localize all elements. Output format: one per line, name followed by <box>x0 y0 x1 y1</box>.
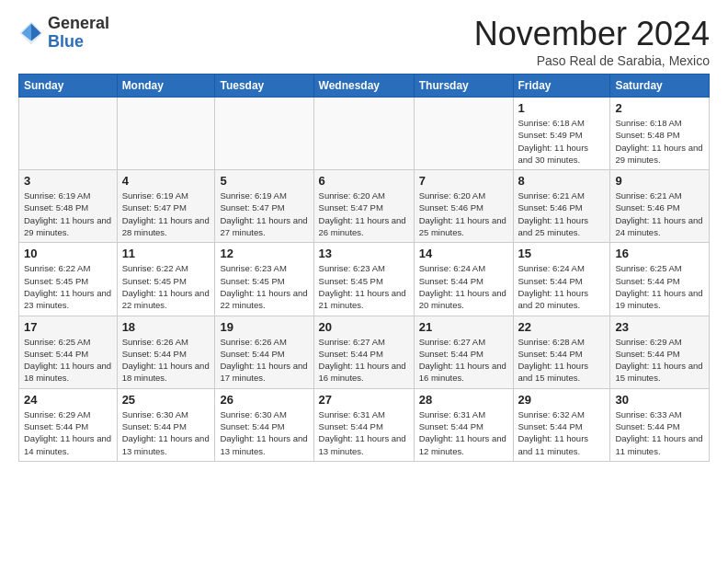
col-sunday: Sunday <box>19 75 118 98</box>
day-detail: Sunrise: 6:25 AM Sunset: 5:44 PM Dayligh… <box>615 262 704 311</box>
day-number: 20 <box>319 320 409 334</box>
calendar-cell: 4Sunrise: 6:19 AM Sunset: 5:47 PM Daylig… <box>117 170 215 243</box>
day-detail: Sunrise: 6:29 AM Sunset: 5:44 PM Dayligh… <box>24 408 112 457</box>
day-number: 30 <box>615 393 704 407</box>
day-number: 15 <box>518 247 606 260</box>
day-detail: Sunrise: 6:31 AM Sunset: 5:44 PM Dayligh… <box>419 408 508 457</box>
calendar-cell <box>117 98 215 170</box>
col-saturday: Saturday <box>610 75 710 98</box>
month-title: November 2024 <box>474 15 710 53</box>
calendar-cell <box>19 98 118 170</box>
col-monday: Monday <box>117 75 215 98</box>
col-tuesday: Tuesday <box>215 75 313 98</box>
calendar-cell: 8Sunrise: 6:21 AM Sunset: 5:46 PM Daylig… <box>513 170 610 243</box>
calendar-cell: 25Sunrise: 6:30 AM Sunset: 5:44 PM Dayli… <box>117 388 215 461</box>
header: General Blue November 2024 Paso Real de … <box>18 15 710 68</box>
calendar-cell: 23Sunrise: 6:29 AM Sunset: 5:44 PM Dayli… <box>610 316 710 388</box>
day-number: 8 <box>518 174 606 188</box>
day-number: 25 <box>122 393 210 407</box>
day-number: 9 <box>615 174 704 188</box>
day-detail: Sunrise: 6:30 AM Sunset: 5:44 PM Dayligh… <box>122 408 210 457</box>
day-detail: Sunrise: 6:18 AM Sunset: 5:48 PM Dayligh… <box>615 117 704 166</box>
day-number: 6 <box>319 174 409 188</box>
day-detail: Sunrise: 6:32 AM Sunset: 5:44 PM Dayligh… <box>518 408 606 457</box>
calendar-cell: 15Sunrise: 6:24 AM Sunset: 5:44 PM Dayli… <box>513 243 610 316</box>
col-wednesday: Wednesday <box>313 75 414 98</box>
day-number: 10 <box>24 247 112 260</box>
day-detail: Sunrise: 6:26 AM Sunset: 5:44 PM Dayligh… <box>220 336 308 385</box>
calendar-cell: 2Sunrise: 6:18 AM Sunset: 5:48 PM Daylig… <box>610 98 710 170</box>
calendar-cell <box>215 98 313 170</box>
calendar-cell: 21Sunrise: 6:27 AM Sunset: 5:44 PM Dayli… <box>414 316 513 388</box>
logo-blue: Blue <box>48 33 109 52</box>
calendar-cell: 19Sunrise: 6:26 AM Sunset: 5:44 PM Dayli… <box>215 316 313 388</box>
day-detail: Sunrise: 6:28 AM Sunset: 5:44 PM Dayligh… <box>518 336 606 385</box>
day-detail: Sunrise: 6:27 AM Sunset: 5:44 PM Dayligh… <box>319 336 409 385</box>
day-number: 13 <box>319 247 409 260</box>
calendar-cell: 13Sunrise: 6:23 AM Sunset: 5:45 PM Dayli… <box>313 243 414 316</box>
calendar-week-3: 10Sunrise: 6:22 AM Sunset: 5:45 PM Dayli… <box>19 243 710 316</box>
calendar-cell: 22Sunrise: 6:28 AM Sunset: 5:44 PM Dayli… <box>513 316 610 388</box>
calendar-cell: 12Sunrise: 6:23 AM Sunset: 5:45 PM Dayli… <box>215 243 313 316</box>
calendar-cell: 27Sunrise: 6:31 AM Sunset: 5:44 PM Dayli… <box>313 388 414 461</box>
day-detail: Sunrise: 6:18 AM Sunset: 5:49 PM Dayligh… <box>518 117 606 166</box>
day-detail: Sunrise: 6:24 AM Sunset: 5:44 PM Dayligh… <box>419 262 508 311</box>
calendar-container: General Blue November 2024 Paso Real de … <box>0 0 728 471</box>
day-detail: Sunrise: 6:19 AM Sunset: 5:48 PM Dayligh… <box>24 190 112 238</box>
day-number: 16 <box>615 247 704 260</box>
day-number: 1 <box>518 101 606 115</box>
calendar-week-1: 1Sunrise: 6:18 AM Sunset: 5:49 PM Daylig… <box>19 98 710 170</box>
calendar-cell <box>414 98 513 170</box>
calendar-header: Sunday Monday Tuesday Wednesday Thursday… <box>19 75 710 98</box>
day-number: 27 <box>319 393 409 407</box>
day-detail: Sunrise: 6:21 AM Sunset: 5:46 PM Dayligh… <box>615 190 704 238</box>
day-detail: Sunrise: 6:21 AM Sunset: 5:46 PM Dayligh… <box>518 190 606 238</box>
col-friday: Friday <box>513 75 610 98</box>
day-number: 26 <box>220 393 308 407</box>
day-detail: Sunrise: 6:22 AM Sunset: 5:45 PM Dayligh… <box>24 262 112 311</box>
calendar-cell: 30Sunrise: 6:33 AM Sunset: 5:44 PM Dayli… <box>610 388 710 461</box>
day-detail: Sunrise: 6:20 AM Sunset: 5:46 PM Dayligh… <box>419 190 508 238</box>
day-number: 19 <box>220 320 308 334</box>
calendar-cell: 7Sunrise: 6:20 AM Sunset: 5:46 PM Daylig… <box>414 170 513 243</box>
day-number: 11 <box>122 247 210 260</box>
day-number: 28 <box>419 393 508 407</box>
calendar-cell: 18Sunrise: 6:26 AM Sunset: 5:44 PM Dayli… <box>117 316 215 388</box>
calendar-cell: 11Sunrise: 6:22 AM Sunset: 5:45 PM Dayli… <box>117 243 215 316</box>
day-number: 14 <box>419 247 508 260</box>
calendar-table: Sunday Monday Tuesday Wednesday Thursday… <box>18 74 710 462</box>
title-block: November 2024 Paso Real de Sarabia, Mexi… <box>474 15 710 68</box>
day-number: 3 <box>24 174 112 188</box>
col-thursday: Thursday <box>414 75 513 98</box>
day-detail: Sunrise: 6:29 AM Sunset: 5:44 PM Dayligh… <box>615 336 704 385</box>
day-number: 7 <box>419 174 508 188</box>
calendar-cell: 14Sunrise: 6:24 AM Sunset: 5:44 PM Dayli… <box>414 243 513 316</box>
calendar-cell: 29Sunrise: 6:32 AM Sunset: 5:44 PM Dayli… <box>513 388 610 461</box>
day-number: 4 <box>122 174 210 188</box>
day-detail: Sunrise: 6:24 AM Sunset: 5:44 PM Dayligh… <box>518 262 606 311</box>
day-number: 24 <box>24 393 112 407</box>
calendar-cell: 1Sunrise: 6:18 AM Sunset: 5:49 PM Daylig… <box>513 98 610 170</box>
day-detail: Sunrise: 6:27 AM Sunset: 5:44 PM Dayligh… <box>419 336 508 385</box>
day-number: 21 <box>419 320 508 334</box>
day-detail: Sunrise: 6:22 AM Sunset: 5:45 PM Dayligh… <box>122 262 210 311</box>
day-number: 29 <box>518 393 606 407</box>
day-detail: Sunrise: 6:23 AM Sunset: 5:45 PM Dayligh… <box>319 262 409 311</box>
day-detail: Sunrise: 6:31 AM Sunset: 5:44 PM Dayligh… <box>319 408 409 457</box>
logo-text: General Blue <box>48 15 109 52</box>
logo: General Blue <box>18 15 109 52</box>
location-subtitle: Paso Real de Sarabia, Mexico <box>474 53 710 68</box>
calendar-week-4: 17Sunrise: 6:25 AM Sunset: 5:44 PM Dayli… <box>19 316 710 388</box>
day-detail: Sunrise: 6:26 AM Sunset: 5:44 PM Dayligh… <box>122 336 210 385</box>
calendar-cell: 3Sunrise: 6:19 AM Sunset: 5:48 PM Daylig… <box>19 170 118 243</box>
calendar-cell: 10Sunrise: 6:22 AM Sunset: 5:45 PM Dayli… <box>19 243 118 316</box>
calendar-cell: 6Sunrise: 6:20 AM Sunset: 5:47 PM Daylig… <box>313 170 414 243</box>
calendar-cell: 20Sunrise: 6:27 AM Sunset: 5:44 PM Dayli… <box>313 316 414 388</box>
day-detail: Sunrise: 6:20 AM Sunset: 5:47 PM Dayligh… <box>319 190 409 238</box>
calendar-week-2: 3Sunrise: 6:19 AM Sunset: 5:48 PM Daylig… <box>19 170 710 243</box>
calendar-cell: 24Sunrise: 6:29 AM Sunset: 5:44 PM Dayli… <box>19 388 118 461</box>
calendar-cell: 9Sunrise: 6:21 AM Sunset: 5:46 PM Daylig… <box>610 170 710 243</box>
day-number: 2 <box>615 101 704 115</box>
logo-icon <box>18 20 44 46</box>
calendar-cell: 17Sunrise: 6:25 AM Sunset: 5:44 PM Dayli… <box>19 316 118 388</box>
